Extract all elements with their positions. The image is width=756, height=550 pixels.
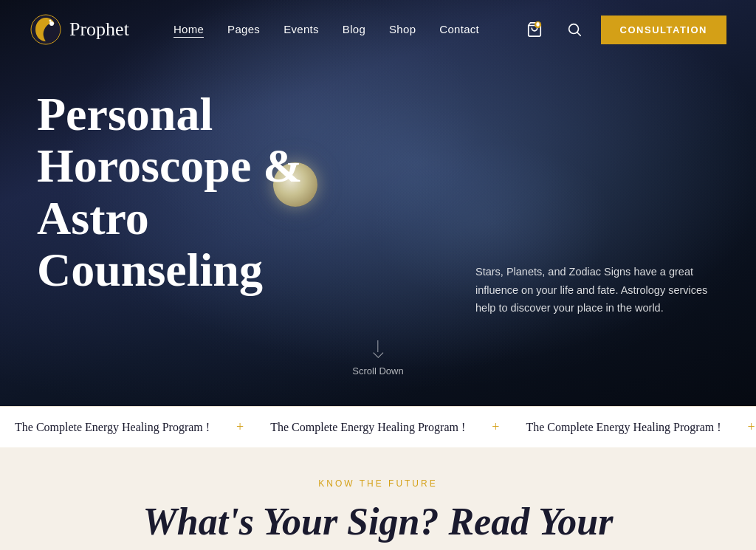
brand-name: Prophet: [69, 18, 129, 41]
svg-text:0: 0: [537, 22, 539, 27]
nav-pages[interactable]: Pages: [227, 23, 260, 35]
list-item: The Complete Energy Healing Program !: [255, 421, 480, 434]
ticker-separator: +: [748, 419, 755, 435]
ticker-separator: +: [492, 419, 499, 435]
what-sign-heading: What's Your Sign? Read Your: [143, 501, 614, 543]
nav-right: 0 CONSULTATION: [521, 16, 726, 44]
hero-headline: Personal Horoscope & Astro Counseling: [37, 89, 332, 297]
nav-events[interactable]: Events: [284, 23, 319, 35]
consultation-button[interactable]: CONSULTATION: [601, 16, 726, 44]
below-hero-section: KNOW THE FUTURE What's Your Sign? Read Y…: [0, 447, 756, 550]
nav-contact[interactable]: Contact: [439, 23, 479, 35]
scroll-down-button[interactable]: Scroll Down: [352, 340, 403, 377]
ticker-separator: +: [236, 419, 244, 435]
know-the-future-label: KNOW THE FUTURE: [318, 478, 437, 489]
logo[interactable]: Prophet: [30, 13, 129, 46]
navigation: Prophet Home Pages Events Blog Shop Cont…: [0, 0, 756, 59]
scroll-arrow-icon: [371, 340, 385, 361]
logo-icon: [30, 13, 62, 46]
list-item: The Complete Energy Healing Program !: [0, 421, 224, 434]
hero-description: Stars, Planets, and Zodiac Signs have a …: [475, 263, 712, 317]
hero-section: Personal Horoscope & Astro Counseling St…: [0, 0, 756, 406]
svg-point-2: [49, 20, 52, 22]
ticker-inner: The Complete Energy Healing Program ! + …: [0, 419, 756, 435]
search-button[interactable]: [561, 16, 588, 43]
ticker-bar: The Complete Energy Healing Program ! + …: [0, 406, 756, 447]
svg-point-1: [49, 21, 54, 26]
svg-point-6: [568, 24, 578, 34]
search-icon: [566, 21, 583, 38]
nav-blog[interactable]: Blog: [343, 23, 365, 35]
scroll-down-label: Scroll Down: [352, 365, 403, 377]
nav-links: Home Pages Events Blog Shop Contact: [173, 23, 521, 36]
svg-line-7: [577, 32, 580, 35]
cart-button[interactable]: 0: [521, 16, 548, 43]
cart-icon: 0: [526, 21, 543, 38]
list-item: The Complete Energy Healing Program !: [511, 421, 735, 434]
nav-shop[interactable]: Shop: [389, 23, 416, 35]
nav-home[interactable]: Home: [173, 23, 204, 38]
